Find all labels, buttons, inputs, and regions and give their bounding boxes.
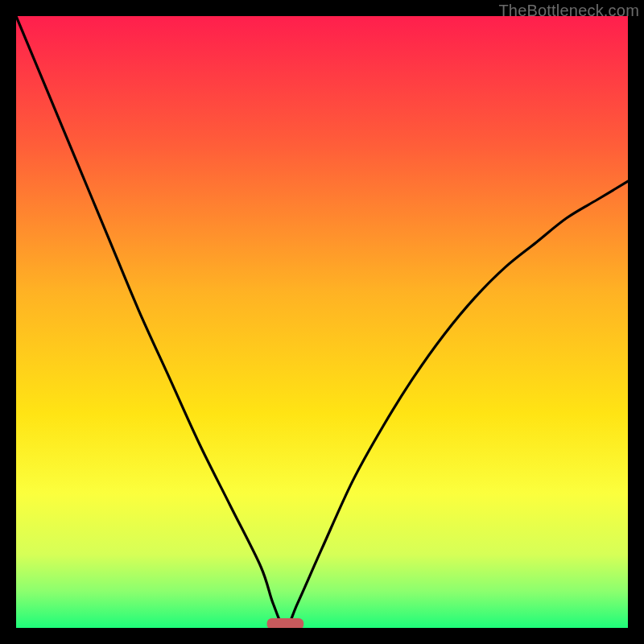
watermark-text: TheBottleneck.com — [498, 2, 639, 20]
gradient-background — [16, 16, 628, 628]
plot-area — [16, 16, 628, 628]
optimal-marker — [267, 618, 304, 628]
bottleneck-chart — [16, 16, 628, 628]
chart-frame — [16, 16, 628, 628]
